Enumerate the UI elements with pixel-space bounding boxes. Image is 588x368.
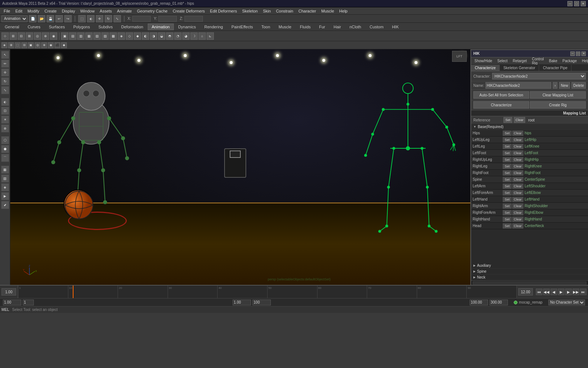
toolbar-select[interactable]: ⬚: [78, 15, 86, 22]
tab-fluids[interactable]: Fluids: [296, 24, 315, 30]
maximize-button[interactable]: □: [574, 1, 579, 6]
menu-geomcache[interactable]: Geometry Cache: [135, 8, 170, 14]
toolbar-scale[interactable]: ⤡: [114, 15, 121, 22]
tb-icon-22[interactable]: ◔: [174, 32, 182, 40]
hik-characterize-btn[interactable]: Characterize: [473, 101, 529, 109]
tb-icon-6[interactable]: ⊕: [42, 32, 49, 40]
hik-menu-select[interactable]: Select: [495, 59, 509, 63]
tab-deformation[interactable]: Deformation: [117, 24, 147, 30]
tb-icon-4[interactable]: ⊠: [26, 32, 33, 40]
tool-rotate[interactable]: ↻: [1, 77, 9, 85]
map-set-btn-9[interactable]: Set: [503, 190, 512, 195]
play-prev-key[interactable]: ◀◀: [543, 289, 550, 295]
menu-create[interactable]: Create: [42, 8, 59, 14]
spine-section-header[interactable]: ▶ Spine: [471, 269, 588, 275]
tab-muscle[interactable]: Muscle: [275, 24, 295, 30]
play-skip-end[interactable]: ⏭: [580, 289, 587, 295]
tab-animation[interactable]: Animation: [148, 24, 174, 30]
tb-icon-16[interactable]: ◇: [126, 32, 133, 40]
hik-new-btn[interactable]: New: [559, 82, 570, 89]
map-set-btn-6[interactable]: Set: [503, 170, 512, 176]
frame-step-input[interactable]: [23, 300, 34, 305]
tb-icon-3[interactable]: ⊟: [18, 32, 25, 40]
map-set-btn-3[interactable]: Set: [503, 151, 512, 156]
menu-skeleton[interactable]: Skeleton: [240, 8, 260, 14]
hik-menu-showhide[interactable]: Show/Hide: [473, 59, 494, 63]
hik-delete-btn[interactable]: Delete: [571, 82, 586, 89]
tb2-icon-7[interactable]: ⊕: [41, 42, 47, 48]
tb-icon-13[interactable]: ▨: [101, 32, 109, 40]
tab-hik[interactable]: HIK: [388, 24, 403, 30]
tab-hair[interactable]: Hair: [330, 24, 345, 30]
map-clear-btn-1[interactable]: Clear: [512, 137, 523, 142]
character-set-dropdown[interactable]: No Character Set: [548, 300, 585, 305]
toolbar-save[interactable]: 💾: [47, 15, 54, 22]
hik-menu-help[interactable]: Help: [580, 59, 588, 63]
tb-icon-7[interactable]: ◉: [50, 32, 57, 40]
menu-file[interactable]: File: [1, 8, 12, 14]
hik-maximize[interactable]: □: [576, 52, 580, 56]
menu-assets[interactable]: Assets: [97, 8, 114, 14]
menu-display[interactable]: Display: [60, 8, 77, 14]
tab-surfaces[interactable]: Surfaces: [45, 24, 69, 30]
tool-light[interactable]: ☀: [1, 116, 9, 124]
tb-icon-15[interactable]: ◈: [118, 32, 125, 40]
tb-icon-17[interactable]: ◆: [134, 32, 141, 40]
map-set-btn-2[interactable]: Set: [503, 144, 512, 149]
tb-icon-19[interactable]: ◑: [150, 32, 157, 40]
play-button[interactable]: ▶: [558, 289, 564, 295]
tb2-icon-6[interactable]: ◎: [35, 42, 40, 48]
tb2-icon-3[interactable]: ⬚: [15, 42, 21, 48]
tb-icon-8[interactable]: ▣: [61, 32, 68, 40]
tab-dynamics[interactable]: Dynamics: [174, 24, 200, 30]
tb2-icon-10[interactable]: ◆: [61, 42, 67, 48]
toolbar-new[interactable]: 📄: [29, 15, 36, 22]
x-input[interactable]: [132, 16, 151, 22]
map-set-btn-14[interactable]: Set: [503, 223, 512, 229]
hik-clear-mapping-btn[interactable]: Clear Mapping List: [530, 91, 586, 99]
tool-select[interactable]: ↖: [1, 51, 9, 59]
tool-camera[interactable]: ⊡: [1, 107, 9, 115]
hik-arrow-btn[interactable]: ›: [553, 82, 557, 89]
playhead[interactable]: [73, 286, 74, 298]
tb2-icon-4[interactable]: ⊟: [21, 42, 27, 48]
map-clear-btn-14[interactable]: Clear: [512, 223, 523, 229]
map-clear-btn-4[interactable]: Clear: [512, 157, 523, 162]
map-clear-btn-12[interactable]: Clear: [512, 210, 523, 215]
z-input[interactable]: [184, 16, 203, 22]
tool-render[interactable]: ▦: [1, 166, 9, 174]
tab-custom[interactable]: Custom: [366, 24, 388, 30]
range-end-input[interactable]: [252, 300, 271, 305]
tb2-icon-2[interactable]: ⊞: [8, 42, 14, 48]
tb-icon-26[interactable]: ⊾: [207, 32, 214, 40]
map-clear-btn-2[interactable]: Clear: [512, 144, 523, 149]
map-clear-btn-6[interactable]: Clear: [512, 170, 523, 176]
frame-value-input[interactable]: [3, 300, 21, 305]
hik-bottom-scroll[interactable]: [471, 280, 588, 285]
map-clear-btn-11[interactable]: Clear: [512, 204, 523, 209]
tool-deform[interactable]: ⬟: [1, 145, 9, 153]
map-set-btn-5[interactable]: Set: [503, 164, 512, 169]
hik-tab-characterize[interactable]: Characterize: [471, 65, 500, 71]
tab-subdivs[interactable]: Subdivs: [94, 24, 117, 30]
tool-texture[interactable]: ▧: [1, 174, 9, 183]
menu-editdeformers[interactable]: Edit Deformers: [208, 8, 239, 14]
map-set-btn-13[interactable]: Set: [503, 217, 512, 222]
tb-icon-11[interactable]: ▦: [85, 32, 93, 40]
hik-menu-retarget[interactable]: Retarget: [511, 59, 528, 63]
toolbar-undo[interactable]: ↩: [55, 15, 63, 22]
menu-animate[interactable]: Animate: [115, 8, 134, 14]
neck-section-header[interactable]: ▶ Neck: [471, 275, 588, 280]
tab-general[interactable]: General: [1, 24, 23, 30]
tab-painteffects[interactable]: PaintEffects: [227, 24, 257, 30]
tb-icon-21[interactable]: ◓: [166, 32, 173, 40]
map-set-btn-0[interactable]: Set: [503, 131, 512, 136]
tb-icon-24[interactable]: ☽: [190, 32, 198, 40]
tb-icon-25[interactable]: ⌂: [198, 32, 206, 40]
toolbar-rotate[interactable]: ↻: [105, 15, 112, 22]
base-section-header[interactable]: ▼ Base(Required): [471, 124, 588, 130]
time-start-input[interactable]: [470, 300, 488, 305]
tb2-icon-5[interactable]: ▣: [28, 42, 34, 48]
current-frame-input[interactable]: [518, 288, 533, 296]
map-clear-btn-9[interactable]: Clear: [512, 190, 523, 195]
